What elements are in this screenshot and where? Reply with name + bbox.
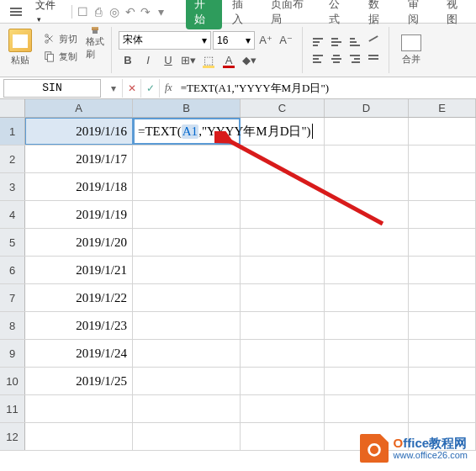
merge-button[interactable]: 合并 <box>396 33 426 67</box>
tab-insert[interactable]: 插入 <box>222 0 262 30</box>
row-header[interactable]: 9 <box>0 340 25 367</box>
row-header[interactable]: 2 <box>0 146 25 172</box>
row-header[interactable]: 4 <box>0 201 25 228</box>
save-icon[interactable]: ☐ <box>76 3 92 20</box>
redo-icon[interactable]: ↷ <box>138 3 154 20</box>
cell[interactable]: 2019/1/21 <box>25 257 133 283</box>
row-header[interactable]: 1 <box>0 118 25 145</box>
cell[interactable] <box>133 395 241 422</box>
cell[interactable] <box>325 284 409 311</box>
cell[interactable] <box>133 201 241 228</box>
align-middle-button[interactable] <box>328 34 345 50</box>
col-header-C[interactable]: C <box>241 99 325 117</box>
row-header[interactable]: 7 <box>0 284 25 311</box>
row-header[interactable]: 8 <box>0 312 25 339</box>
cell[interactable] <box>133 173 241 200</box>
tab-data[interactable]: 数据 <box>358 0 398 30</box>
cell[interactable] <box>325 395 409 422</box>
fill-color-button[interactable]: ⬚ <box>199 51 218 70</box>
underline-button[interactable]: U <box>159 51 177 70</box>
align-bottom-button[interactable] <box>346 34 363 50</box>
align-left-button[interactable] <box>309 51 326 66</box>
cell[interactable] <box>241 146 325 172</box>
cell[interactable] <box>325 173 409 200</box>
tab-view[interactable]: 视图 <box>436 0 476 30</box>
col-header-E[interactable]: E <box>409 99 476 117</box>
cell[interactable] <box>325 312 409 339</box>
row-header[interactable]: 5 <box>0 229 25 256</box>
cell[interactable] <box>241 423 325 450</box>
col-header-B[interactable]: B <box>133 99 241 117</box>
tab-page-layout[interactable]: 页面布局 <box>261 0 319 30</box>
preview-icon[interactable]: ◎ <box>107 3 123 20</box>
orientation-button[interactable] <box>365 34 382 50</box>
file-menu-button[interactable]: 文件▾ <box>27 0 68 27</box>
cell[interactable] <box>409 201 476 228</box>
cell[interactable] <box>241 173 325 200</box>
cell[interactable] <box>133 368 241 394</box>
indent-button[interactable] <box>365 51 382 66</box>
format-painter-button[interactable]: 格式刷 <box>86 27 104 61</box>
row-header[interactable]: 3 <box>0 173 25 200</box>
effects-button[interactable]: ◆▾ <box>240 51 258 70</box>
cell[interactable]: =TEXT(A1,"YYYY年M月D日") <box>133 118 241 145</box>
row-header[interactable]: 10 <box>0 368 25 394</box>
cell[interactable] <box>325 257 409 283</box>
cut-button[interactable]: 剪切 <box>40 31 81 47</box>
cell[interactable] <box>409 312 476 339</box>
cell[interactable] <box>133 340 241 367</box>
formula-input[interactable] <box>177 79 476 98</box>
cell[interactable] <box>409 173 476 200</box>
col-header-D[interactable]: D <box>325 99 409 117</box>
cell[interactable] <box>241 368 325 394</box>
cell[interactable] <box>409 368 476 394</box>
tab-review[interactable]: 审阅 <box>398 0 437 30</box>
row-header[interactable]: 11 <box>0 395 25 422</box>
select-all-corner[interactable] <box>0 99 25 117</box>
cell[interactable] <box>133 229 241 256</box>
cell[interactable]: 2019/1/16 <box>25 118 133 145</box>
cell[interactable] <box>133 312 241 339</box>
cell[interactable] <box>241 284 325 311</box>
decrease-font-icon[interactable]: A⁻ <box>277 31 295 50</box>
cell[interactable] <box>241 229 325 256</box>
cell[interactable]: 2019/1/17 <box>25 146 133 172</box>
cell[interactable]: 2019/1/23 <box>25 312 133 339</box>
cell[interactable]: 2019/1/22 <box>25 284 133 311</box>
cell[interactable] <box>241 340 325 367</box>
tab-formulas[interactable]: 公式 <box>319 0 358 30</box>
cell[interactable] <box>325 368 409 394</box>
align-top-button[interactable] <box>309 34 326 50</box>
cancel-icon[interactable]: ✕ <box>123 79 141 98</box>
cell[interactable] <box>409 229 476 256</box>
row-header[interactable]: 12 <box>0 423 25 450</box>
align-center-button[interactable] <box>328 51 345 66</box>
cell[interactable] <box>25 395 133 422</box>
cell[interactable]: 2019/1/18 <box>25 173 133 200</box>
align-right-button[interactable] <box>346 51 363 66</box>
font-name-select[interactable]: 宋体▾ <box>119 31 211 50</box>
cell[interactable] <box>133 284 241 311</box>
cell[interactable] <box>409 257 476 283</box>
cell[interactable] <box>325 118 409 145</box>
menu-icon[interactable] <box>5 4 27 19</box>
cell[interactable] <box>409 118 476 145</box>
cell[interactable]: 2019/1/20 <box>25 229 133 256</box>
copy-button[interactable]: 复制 <box>40 49 81 65</box>
font-size-select[interactable]: 16▾ <box>213 31 255 50</box>
cell[interactable] <box>325 340 409 367</box>
cell[interactable] <box>133 423 241 450</box>
cell[interactable] <box>409 340 476 367</box>
cell[interactable]: 2019/1/19 <box>25 201 133 228</box>
cell[interactable] <box>325 146 409 172</box>
bold-button[interactable]: B <box>119 51 137 70</box>
name-box[interactable]: SIN <box>3 79 101 98</box>
paste-button[interactable]: 粘贴 <box>5 27 35 68</box>
row-header[interactable]: 6 <box>0 257 25 283</box>
cell[interactable] <box>241 201 325 228</box>
cell[interactable] <box>409 284 476 311</box>
cell[interactable] <box>409 146 476 172</box>
cell[interactable] <box>25 423 133 450</box>
tab-home[interactable]: 开始 <box>186 0 222 29</box>
cell[interactable] <box>325 229 409 256</box>
